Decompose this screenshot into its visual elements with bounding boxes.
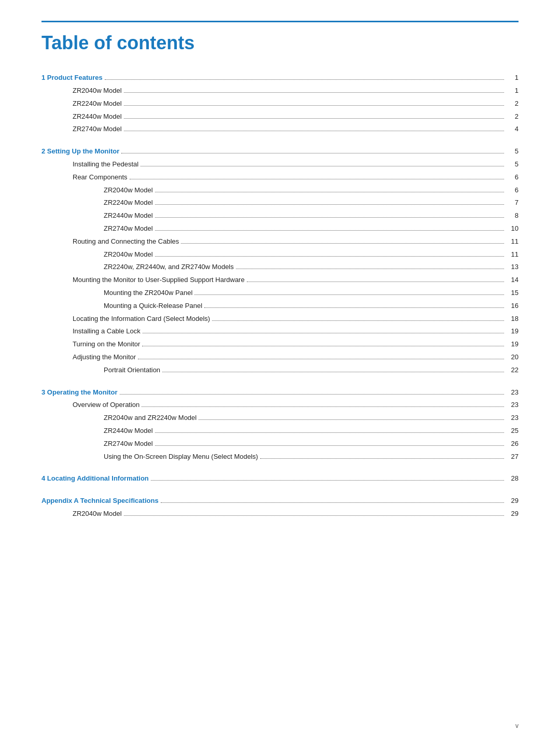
toc-entry-label: Installing a Cable Lock <box>41 326 141 337</box>
toc-entry-label: ZR2440w Model <box>41 210 153 221</box>
toc-page-num: 10 <box>506 223 519 234</box>
toc-entry-label: ZR2040w and ZR2240w Model <box>41 413 197 424</box>
toc-entry: ZR2440w Model25 <box>41 426 519 437</box>
toc-dots <box>247 282 504 282</box>
toc-entry-label: Overview of Operation <box>41 400 139 411</box>
toc-section-section3: 3 Operating the Monitor23Overview of Ope… <box>41 387 519 462</box>
toc-dots <box>142 406 504 407</box>
toc-entry: ZR2040w Model29 <box>41 509 519 519</box>
toc-entry-label: ZR2040w Model <box>41 509 122 519</box>
toc-entry-label: ZR2040w Model <box>41 249 153 260</box>
toc-entry-label: Mounting the ZR2040w Panel <box>41 288 192 299</box>
toc-entry-label: ZR2440w Model <box>41 111 122 122</box>
toc-dots <box>204 307 504 308</box>
toc-section-section4: 4 Locating Additional Information28 <box>41 473 519 484</box>
toc-entry-label: ZR2740w Model <box>41 124 122 135</box>
toc-entry: Adjusting the Monitor20 <box>41 352 519 363</box>
toc-entry-label: ZR2240w, ZR2440w, and ZR2740w Models <box>41 262 234 273</box>
toc-entry-label: ZR2440w Model <box>41 426 153 437</box>
toc-entry-label: Portrait Orientation <box>41 365 160 376</box>
toc-dots <box>155 217 504 218</box>
toc-entry-label: Installing the Pedestal <box>41 159 138 170</box>
toc-page-num: 23 <box>506 387 519 398</box>
toc-dots <box>260 458 504 459</box>
toc-dots <box>155 256 504 257</box>
toc-page-num: 19 <box>506 339 519 350</box>
toc-entry-label: ZR2740w Model <box>41 223 153 234</box>
toc-dots <box>155 432 504 433</box>
toc-dots <box>120 394 504 395</box>
toc-page-num: 28 <box>506 473 519 484</box>
toc-page-num: 29 <box>506 496 519 507</box>
toc-entry-label: Turning on the Monitor <box>41 339 140 350</box>
toc-entry-label: Mounting the Monitor to User-Supplied Su… <box>41 275 245 286</box>
toc-dots <box>151 480 504 481</box>
toc-page-num: 13 <box>506 262 519 273</box>
toc-entry: ZR2740w Model10 <box>41 223 519 234</box>
toc-page-num: 18 <box>506 314 519 325</box>
toc-entry: ZR2740w Model4 <box>41 124 519 135</box>
toc-entry-label: ZR2240w Model <box>41 198 153 208</box>
toc-page-num: 1 <box>506 86 519 96</box>
toc-entry-label: ZR2040w Model <box>41 185 153 196</box>
page-title: Table of contents <box>41 32 519 54</box>
toc-page-num: 2 <box>506 111 519 122</box>
toc-page-num: 20 <box>506 352 519 363</box>
toc-entry: Mounting the Monitor to User-Supplied Su… <box>41 275 519 286</box>
toc-page-num: 5 <box>506 159 519 170</box>
toc-dots <box>124 118 504 119</box>
toc-dots <box>124 105 504 106</box>
toc-dots <box>155 445 504 446</box>
toc-page-num: 11 <box>506 249 519 260</box>
toc-entry: ZR2040w Model11 <box>41 249 519 260</box>
toc-entry-label: ZR2040w Model <box>41 86 122 96</box>
toc-section-heading-section4: 4 Locating Additional Information28 <box>41 473 519 484</box>
toc-page-num: 4 <box>506 124 519 135</box>
toc-dots <box>194 294 504 295</box>
toc-page-num: 19 <box>506 326 519 337</box>
toc-dots <box>161 502 504 503</box>
toc-entry: ZR2440w Model8 <box>41 210 519 221</box>
toc-page-num: 15 <box>506 288 519 299</box>
toc-page-num: 29 <box>506 509 519 519</box>
toc-entry: Using the On-Screen Display Menu (Select… <box>41 452 519 462</box>
toc-dots <box>212 320 504 321</box>
toc-dots <box>142 346 504 346</box>
toc-page-num: 26 <box>506 439 519 449</box>
toc-dots <box>155 230 504 231</box>
toc-page-num: 6 <box>506 185 519 196</box>
toc-page-num: 23 <box>506 400 519 411</box>
toc-page-num: 1 <box>506 73 519 83</box>
toc-heading-label: 4 Locating Additional Information <box>41 473 149 484</box>
toc-entry: Overview of Operation23 <box>41 400 519 411</box>
toc-dots <box>124 92 504 93</box>
toc-section-heading-sectionA: Appendix A Technical Specifications29 <box>41 496 519 507</box>
toc-dots <box>199 419 504 420</box>
toc-dots <box>124 131 504 131</box>
toc-dots <box>124 515 504 516</box>
toc-entry: Mounting a Quick-Release Panel16 <box>41 301 519 312</box>
toc-entry: Mounting the ZR2040w Panel15 <box>41 288 519 299</box>
toc-entry: ZR2440w Model2 <box>41 111 519 122</box>
toc-dots <box>236 269 504 269</box>
toc-entry: ZR2040w and ZR2240w Model23 <box>41 413 519 424</box>
toc-dots <box>130 179 505 179</box>
toc-entry: Rear Components6 <box>41 172 519 183</box>
toc-page-num: 27 <box>506 452 519 462</box>
toc-heading-label: Appendix A Technical Specifications <box>41 496 159 507</box>
toc-page-num: 2 <box>506 99 519 109</box>
toc-dots <box>181 243 504 244</box>
toc-page-num: 22 <box>506 365 519 376</box>
toc-entry-label: ZR2740w Model <box>41 439 153 449</box>
toc-entry-label: Locating the Information Card (Select Mo… <box>41 314 210 325</box>
toc-section-heading-section3: 3 Operating the Monitor23 <box>41 387 519 398</box>
toc-dots <box>155 192 504 192</box>
toc-entry: Routing and Connecting the Cables11 <box>41 236 519 247</box>
toc-entry: ZR2240w Model7 <box>41 198 519 208</box>
toc-container: 1 Product Features1ZR2040w Model1ZR2240w… <box>41 73 519 519</box>
toc-entry: Turning on the Monitor19 <box>41 339 519 350</box>
top-rule <box>41 21 519 22</box>
toc-entry-label: ZR2240w Model <box>41 99 122 109</box>
toc-entry: ZR2040w Model6 <box>41 185 519 196</box>
toc-section-sectionA: Appendix A Technical Specifications29ZR2… <box>41 496 519 519</box>
